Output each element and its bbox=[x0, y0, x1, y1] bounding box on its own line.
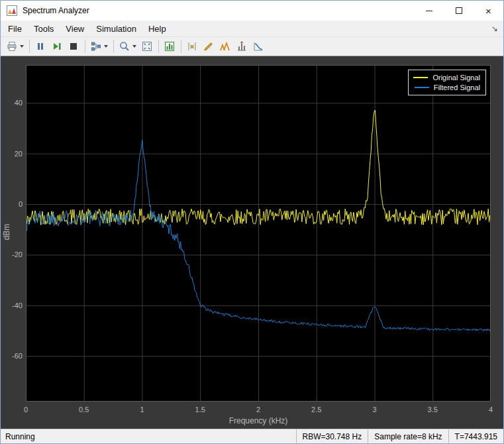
status-time: T=7443.915 bbox=[448, 429, 503, 443]
y-tick-label: -60 bbox=[1, 351, 23, 361]
toolbar-separator bbox=[158, 40, 159, 53]
legend-swatch bbox=[415, 87, 429, 88]
menu-item-file[interactable]: File bbox=[2, 22, 28, 36]
legend-swatch bbox=[413, 77, 428, 78]
toolbar bbox=[1, 36, 503, 56]
x-tick-label: 1 bbox=[140, 405, 144, 414]
peak-finder-icon bbox=[219, 40, 231, 52]
dropdown-caret-icon bbox=[132, 45, 136, 48]
menu-item-view[interactable]: View bbox=[60, 22, 90, 36]
signal-selection-dropdown-button[interactable] bbox=[88, 38, 110, 54]
x-tick-label: 3.5 bbox=[428, 405, 438, 414]
pause-button[interactable] bbox=[32, 38, 48, 54]
legend-label: Original Signal bbox=[432, 74, 480, 82]
legend-entry: Filtered Signal bbox=[413, 82, 480, 92]
status-bar: Running RBW=30.748 Hz Sample rate=8 kHz … bbox=[1, 429, 503, 443]
y-tick-label: -20 bbox=[1, 250, 23, 259]
menu-bar: File Tools View Simulation Help ↘ bbox=[1, 21, 503, 36]
distortion-measurements-button[interactable] bbox=[234, 38, 250, 54]
y-tick-label: 20 bbox=[1, 149, 23, 158]
x-tick-label: 2.5 bbox=[311, 405, 321, 414]
signal-statistics-icon bbox=[203, 40, 215, 52]
status-rbw: RBW=30.748 Hz bbox=[296, 429, 368, 443]
menu-item-tools[interactable]: Tools bbox=[28, 22, 60, 36]
peak-finder-button[interactable] bbox=[217, 38, 233, 54]
window-title: Spectrum Analyzer bbox=[23, 6, 414, 15]
toolbar-separator bbox=[29, 40, 30, 53]
x-tick-label: 0 bbox=[24, 405, 28, 414]
figure: dBm Frequency (kHz) Original Signal Filt… bbox=[1, 56, 503, 429]
fit-to-view-icon bbox=[141, 40, 153, 52]
printer-icon bbox=[6, 40, 18, 52]
minimize-button[interactable] bbox=[414, 1, 444, 21]
x-tick-label: 3 bbox=[372, 405, 376, 414]
legend-label: Filtered Signal bbox=[434, 83, 480, 91]
y-tick-label: -40 bbox=[1, 301, 23, 310]
x-axis-label: Frequency (kHz) bbox=[229, 416, 288, 425]
maximize-icon bbox=[456, 7, 462, 14]
signal-statistics-button[interactable] bbox=[201, 38, 217, 54]
signal-selection-icon bbox=[90, 40, 102, 52]
status-spacer bbox=[35, 429, 296, 443]
x-tick-label: 4 bbox=[489, 405, 493, 414]
x-tick-label: 1.5 bbox=[195, 405, 205, 414]
toolbar-separator bbox=[113, 40, 114, 53]
spectrum-plot bbox=[26, 65, 491, 402]
y-tick-label: 40 bbox=[1, 98, 23, 107]
dropdown-caret-icon bbox=[104, 45, 108, 48]
stop-button[interactable] bbox=[66, 38, 81, 54]
step-forward-icon bbox=[51, 40, 63, 52]
spectrum-settings-icon bbox=[164, 40, 176, 52]
y-tick-label: 0 bbox=[1, 199, 23, 209]
fit-to-view-button[interactable] bbox=[139, 38, 155, 54]
close-button[interactable]: × bbox=[474, 1, 503, 21]
maximize-button[interactable] bbox=[444, 1, 474, 21]
dock-icon[interactable]: ↘ bbox=[491, 24, 498, 33]
minimize-icon bbox=[426, 11, 432, 11]
ccdf-measurements-button[interactable] bbox=[250, 38, 266, 54]
print-export-dropdown-button[interactable] bbox=[4, 38, 26, 54]
cursor-measurements-button[interactable] bbox=[184, 38, 200, 54]
zoom-dropdown-button[interactable] bbox=[117, 38, 138, 54]
title-bar: Spectrum Analyzer × bbox=[1, 1, 503, 21]
menu-item-simulation[interactable]: Simulation bbox=[90, 22, 142, 36]
status-sample-rate: Sample rate=8 kHz bbox=[368, 429, 448, 443]
cursor-measurements-icon bbox=[186, 40, 198, 52]
x-tick-label: 2 bbox=[256, 405, 260, 414]
ccdf-icon bbox=[252, 40, 264, 52]
step-forward-button[interactable] bbox=[49, 38, 65, 54]
spectrum-settings-button[interactable] bbox=[162, 38, 177, 54]
axes[interactable]: Original Signal Filtered Signal bbox=[26, 65, 491, 402]
legend-entry: Original Signal bbox=[413, 72, 480, 82]
zoom-icon bbox=[119, 40, 130, 52]
app-icon bbox=[7, 5, 17, 16]
y-axis-label: dBm bbox=[2, 224, 11, 241]
close-icon: × bbox=[485, 6, 491, 16]
x-tick-label: 0.5 bbox=[79, 405, 89, 414]
toolbar-separator bbox=[181, 40, 181, 53]
pause-icon bbox=[34, 40, 46, 52]
status-running: Running bbox=[1, 429, 35, 443]
legend[interactable]: Original Signal Filtered Signal bbox=[408, 70, 486, 95]
stop-icon bbox=[68, 40, 79, 52]
menu-item-help[interactable]: Help bbox=[142, 22, 172, 36]
dropdown-caret-icon bbox=[20, 45, 24, 48]
toolbar-separator bbox=[85, 40, 85, 53]
distortion-measurements-icon bbox=[236, 40, 248, 52]
spectrum-analyzer-window: Spectrum Analyzer × File Tools View Simu… bbox=[0, 0, 504, 444]
